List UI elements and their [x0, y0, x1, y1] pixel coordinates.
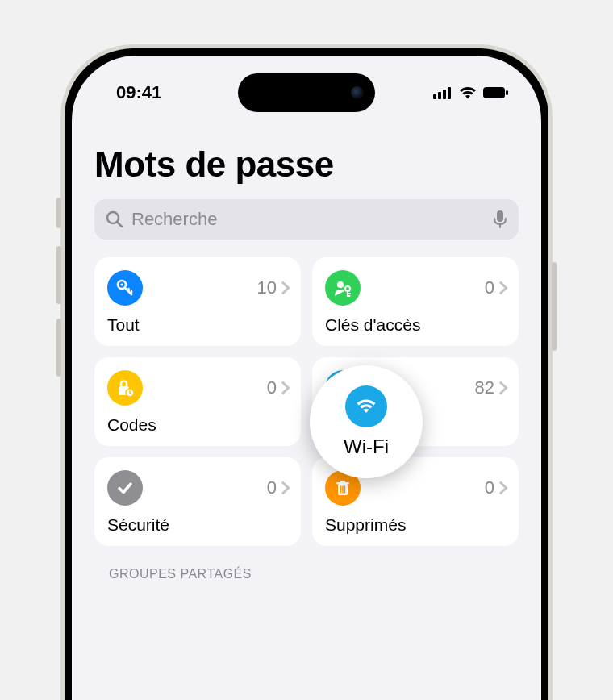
section-shared-groups: GROUPES PARTAGÉS — [94, 567, 519, 581]
svg-rect-5 — [506, 90, 508, 95]
wifi-icon — [345, 385, 387, 427]
status-indicators — [433, 86, 509, 99]
status-time: 09:41 — [116, 82, 161, 103]
svg-point-15 — [337, 281, 344, 288]
side-button-power — [552, 262, 557, 351]
page-title: Mots de passe — [94, 144, 519, 185]
card-passkeys-label: Clés d'accès — [325, 315, 506, 335]
screen: 09:41 Mots de passe Recherche — [72, 56, 541, 700]
side-button-silence — [56, 198, 61, 228]
card-codes-count: 0 — [267, 377, 277, 398]
card-all-count: 10 — [257, 277, 277, 298]
svg-rect-4 — [483, 87, 505, 98]
svg-rect-2 — [443, 90, 446, 99]
chevron-right-icon — [277, 481, 290, 495]
svg-rect-3 — [448, 87, 451, 99]
wifi-highlight-label: Wi-Fi — [344, 435, 389, 458]
svg-rect-8 — [497, 210, 503, 222]
mic-icon[interactable] — [493, 210, 507, 229]
chevron-right-icon — [494, 381, 508, 395]
card-security-count-wrap: 0 — [267, 477, 288, 498]
svg-line-7 — [118, 223, 123, 227]
svg-rect-26 — [340, 481, 345, 483]
card-passkeys-count: 0 — [485, 277, 494, 298]
card-codes[interactable]: 0 Codes — [94, 357, 301, 446]
card-wifi-count: 82 — [475, 377, 494, 398]
status-bar: 09:41 — [72, 77, 541, 109]
card-all-label: Tout — [107, 315, 288, 335]
key-icon — [107, 270, 143, 306]
svg-point-11 — [120, 283, 123, 285]
card-all-count-wrap: 10 — [257, 277, 288, 298]
card-deleted-label: Supprimés — [325, 515, 506, 535]
battery-icon — [483, 86, 509, 99]
card-deleted-count: 0 — [485, 477, 494, 498]
card-security[interactable]: 0 Sécurité — [94, 457, 301, 546]
card-all[interactable]: 10 Tout — [94, 257, 301, 346]
checkmark-icon — [107, 470, 143, 506]
card-security-label: Sécurité — [107, 515, 288, 535]
card-security-count: 0 — [267, 477, 277, 498]
card-codes-label: Codes — [107, 415, 288, 435]
search-field[interactable]: Recherche — [94, 199, 519, 240]
card-codes-count-wrap: 0 — [267, 377, 288, 398]
card-wifi-count-wrap: 82 — [475, 377, 506, 398]
side-button-volume-up — [56, 246, 61, 304]
category-grid: 10 Tout 0 — [94, 257, 519, 546]
phone-frame: 09:41 Mots de passe Recherche — [60, 44, 553, 700]
search-placeholder: Recherche — [131, 209, 485, 230]
cellular-icon — [433, 86, 452, 99]
lock-clock-icon — [107, 370, 143, 406]
chevron-right-icon — [494, 281, 508, 295]
chevron-right-icon — [277, 281, 290, 295]
wifi-highlight-callout: Wi-Fi — [310, 365, 423, 478]
card-passkeys-count-wrap: 0 — [485, 277, 506, 298]
chevron-right-icon — [494, 481, 508, 495]
card-deleted-count-wrap: 0 — [485, 477, 506, 498]
side-button-volume-down — [56, 319, 61, 377]
chevron-right-icon — [277, 381, 290, 395]
main-content: Mots de passe Recherche 10 — [72, 56, 541, 581]
wifi-status-icon — [459, 86, 477, 99]
search-icon — [106, 210, 123, 228]
passkey-icon — [325, 270, 361, 306]
card-passkeys[interactable]: 0 Clés d'accès — [312, 257, 519, 346]
svg-rect-0 — [433, 94, 436, 99]
svg-rect-1 — [438, 92, 441, 99]
